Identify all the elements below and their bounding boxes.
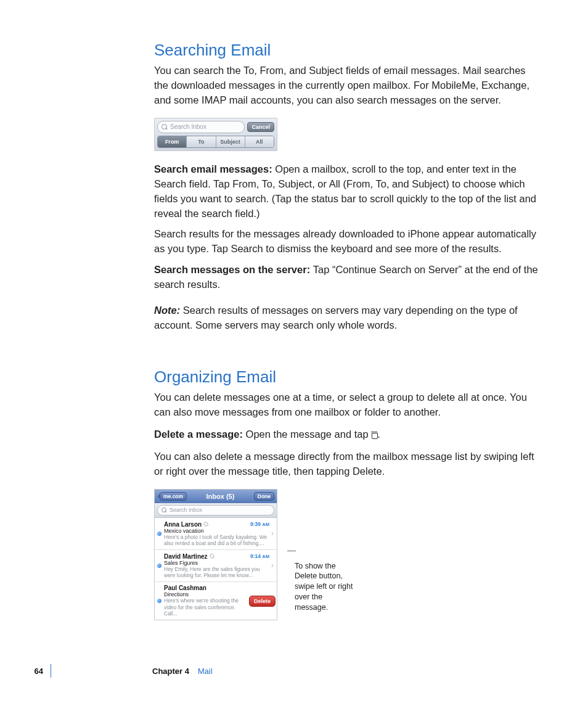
heading-organizing-email: Organizing Email <box>154 367 539 387</box>
chevron-right-icon: › <box>269 561 276 570</box>
message-subject: Mexico vacation <box>164 528 269 534</box>
search-icon <box>161 507 167 513</box>
message-preview: Here's a photo I took of Sandy kayaking.… <box>164 534 269 547</box>
chapter-label: Chapter 4 <box>152 667 189 676</box>
run-in-heading: Search messages on the server: <box>154 264 313 275</box>
unread-dot-icon <box>157 532 161 536</box>
message-time: 9:39 AM <box>250 521 269 527</box>
search-input[interactable]: Search Inbox <box>157 505 274 515</box>
paragraph: Search results for the messages already … <box>154 227 539 257</box>
search-input[interactable]: Search Inbox <box>157 121 245 133</box>
paragraph: You can delete messages one at a time, o… <box>154 390 539 420</box>
unread-dot-icon <box>157 599 161 603</box>
message-time: 9:14 AM <box>250 553 269 559</box>
note-paragraph: Note: Search results of messages on serv… <box>154 303 539 333</box>
message-row[interactable]: Anna Larson 9:39 AM Mexico vacation Here… <box>155 518 277 550</box>
trash-icon <box>371 431 377 438</box>
back-button[interactable]: me.com <box>160 492 187 501</box>
callout-text: To show the Delete button, swipe left or… <box>295 561 353 613</box>
note-label: Note: <box>154 305 183 316</box>
tab-subject[interactable]: Subject <box>216 136 245 147</box>
page-footer: 64 Chapter 4 Mail <box>0 664 588 678</box>
unread-dot-icon <box>157 564 161 568</box>
search-scope-tabs: From To Subject All <box>157 136 274 148</box>
attachment-icon <box>209 553 214 559</box>
paragraph: Search email messages: Open a mailbox, s… <box>154 162 539 221</box>
heading-searching-email: Searching Email <box>154 41 539 60</box>
paragraph: Search messages on the server: Tap “Cont… <box>154 263 539 292</box>
footer-divider <box>51 664 51 678</box>
chapter-title: Mail <box>198 667 213 676</box>
attachment-icon <box>203 521 208 527</box>
tab-from[interactable]: From <box>158 136 187 147</box>
inbox-screenshot: me.com Inbox (5) Done Search Inbox Anna … <box>154 489 277 620</box>
callout-leader-line <box>287 551 296 551</box>
tab-all[interactable]: All <box>245 136 274 147</box>
message-preview: Here's where we're shooting the video fo… <box>164 597 249 617</box>
sender-name: Anna Larson <box>164 521 202 528</box>
inbox-nav-bar: me.com Inbox (5) Done <box>155 490 277 503</box>
done-button[interactable]: Done <box>254 492 274 501</box>
sender-name: David Martinez <box>164 553 208 560</box>
run-in-heading: Search email messages: <box>154 163 275 174</box>
page-number: 64 <box>0 667 43 676</box>
paragraph: Delete a message: Open the message and t… <box>154 427 539 442</box>
search-placeholder: Search Inbox <box>170 123 206 130</box>
cancel-button[interactable]: Cancel <box>247 122 274 132</box>
chevron-right-icon: › <box>269 529 276 538</box>
tab-to[interactable]: To <box>187 136 216 147</box>
inbox-search-bar: Search Inbox <box>155 503 277 518</box>
sender-name: Paul Cashman <box>164 585 206 591</box>
message-subject: Directions <box>164 591 249 597</box>
paragraph: You can search the To, From, and Subject… <box>154 64 539 108</box>
search-bar-screenshot: Search Inbox Cancel From To Subject All <box>154 118 277 151</box>
message-preview: Hey Emily, Here are the sales figures yo… <box>164 566 269 579</box>
message-row[interactable]: Paul Cashman Directions Here's where we'… <box>155 582 277 620</box>
paragraph: You can also delete a message directly f… <box>154 449 539 479</box>
delete-button[interactable]: Delete <box>249 596 276 607</box>
run-in-heading: Delete a message: <box>154 429 246 440</box>
search-icon <box>161 124 168 130</box>
message-subject: Sales Figures <box>164 560 269 566</box>
message-row[interactable]: David Martinez 9:14 AM Sales Figures Hey… <box>155 550 277 582</box>
inbox-title: Inbox (5) <box>206 493 235 500</box>
